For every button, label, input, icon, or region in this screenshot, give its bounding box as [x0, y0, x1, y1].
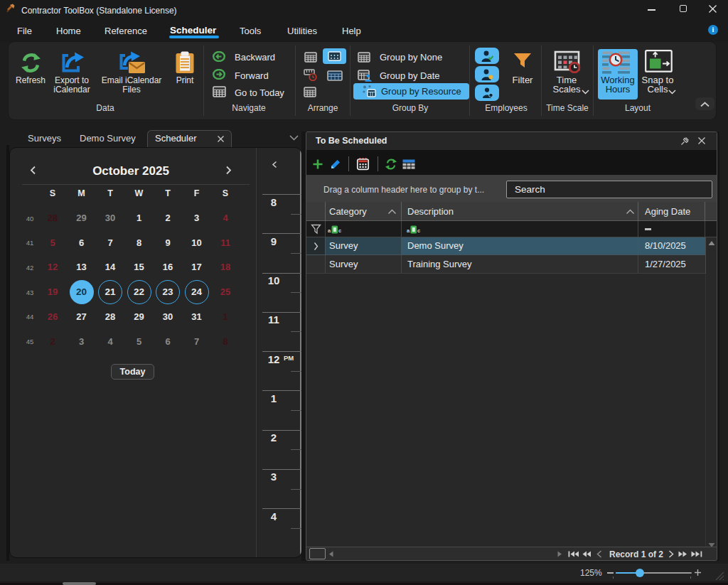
svg-text:a: a — [407, 227, 410, 234]
svg-text:c: c — [338, 227, 341, 234]
svg-text:a: a — [328, 227, 331, 234]
svg-text:c: c — [417, 227, 420, 234]
